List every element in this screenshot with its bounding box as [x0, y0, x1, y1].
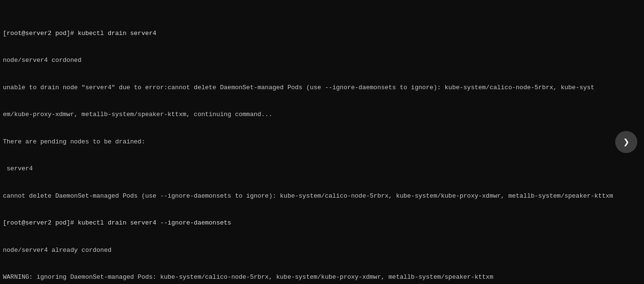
line-5: There are pending nodes to be drained: — [3, 138, 641, 147]
prompt-1: [root@server2 pod]# kubectl drain server… — [3, 30, 156, 37]
output-7: node/server4 already cordoned — [3, 247, 111, 254]
line-6: server4 — [3, 165, 641, 174]
line-2: node/server4 cordoned — [3, 56, 641, 65]
output-5: server4 — [3, 165, 33, 172]
arrow-icon: ❯ — [623, 136, 629, 149]
output-1: node/server4 cordoned — [3, 57, 82, 64]
terminal-content: [root@server2 pod]# kubectl drain server… — [0, 0, 644, 284]
line-10: WARNING: ignoring DaemonSet-managed Pods… — [3, 273, 641, 282]
line-4: em/kube-proxy-xdmwr, metallb-system/spea… — [3, 110, 641, 119]
output-4: There are pending nodes to be drained: — [3, 138, 145, 145]
line-1: [root@server2 pod]# kubectl drain server… — [3, 29, 641, 38]
prompt-2: [root@server2 pod]# kubectl drain server… — [3, 219, 231, 226]
line-8: [root@server2 pod]# kubectl drain server… — [3, 219, 641, 228]
next-arrow[interactable]: ❯ — [615, 131, 637, 153]
output-3: em/kube-proxy-xdmwr, metallb-system/spea… — [3, 111, 273, 118]
line-9: node/server4 already cordoned — [3, 246, 641, 255]
output-2: unable to drain node "server4" due to er… — [3, 84, 595, 91]
output-8: WARNING: ignoring DaemonSet-managed Pods… — [3, 273, 493, 281]
terminal-window: [root@server2 pod]# kubectl drain server… — [0, 0, 644, 284]
line-3: unable to drain node "server4" due to er… — [3, 83, 641, 93]
line-7: cannot delete DaemonSet-managed Pods (us… — [3, 192, 641, 201]
output-6: cannot delete DaemonSet-managed Pods (us… — [3, 192, 613, 200]
